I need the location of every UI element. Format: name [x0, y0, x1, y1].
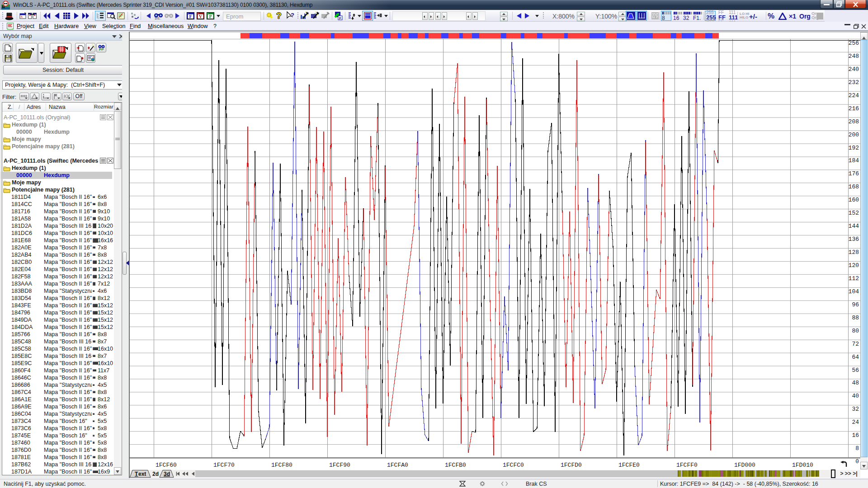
svg-text:3d: 3d [164, 471, 170, 477]
svg-text:F: F [189, 14, 192, 19]
svg-text:V: V [199, 14, 203, 19]
svg-text:T: T [135, 471, 138, 477]
svg-text:?: ? [291, 12, 294, 19]
svg-text:F: F [339, 16, 341, 20]
svg-text:2d: 2d [152, 471, 159, 477]
svg-text:PP: PP [99, 47, 104, 52]
svg-text:101..: 101.. [155, 17, 161, 20]
svg-text:P: P [209, 14, 212, 19]
svg-text:ext: ext [138, 471, 146, 477]
